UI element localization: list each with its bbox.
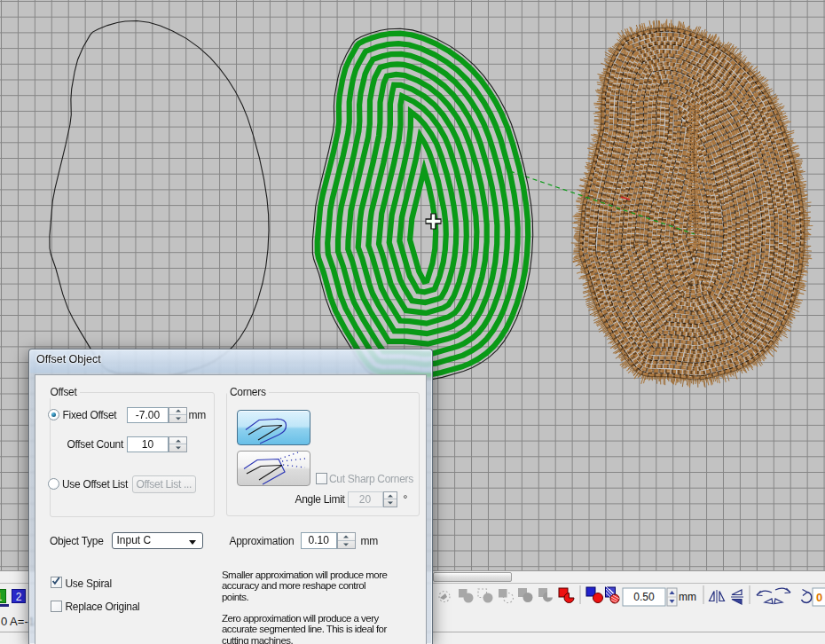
svg-text:mm: mm	[679, 591, 696, 603]
svg-text:0: 0	[816, 591, 822, 604]
svg-text:0.50: 0.50	[633, 591, 655, 603]
